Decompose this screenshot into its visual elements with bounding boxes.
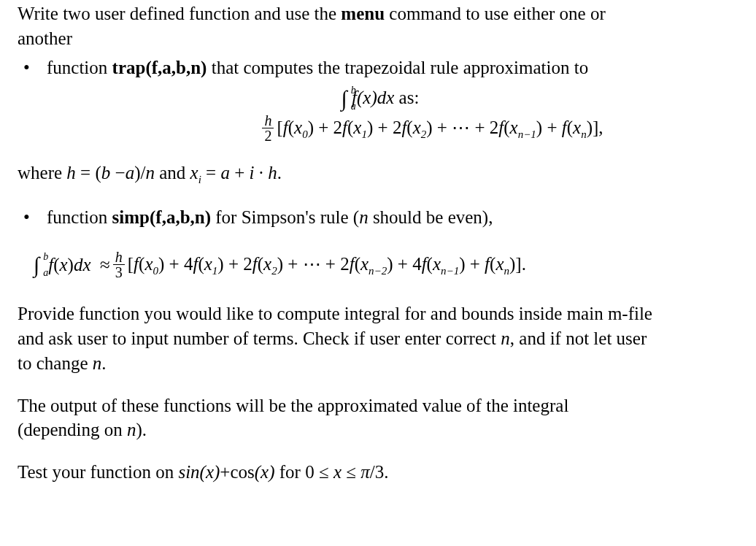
intro-text-3: another	[18, 28, 72, 48]
integral-symbol-2: ∫ b a	[34, 254, 39, 276]
bullet2-fn: simp(f,a,b,n)	[112, 207, 211, 227]
p3-n: n	[127, 420, 136, 439]
int-lower-bound: a	[351, 101, 356, 112]
bullet-icon: •	[23, 55, 30, 80]
bullet2-n: n	[359, 207, 373, 227]
p4-for: for 0 ≤	[275, 462, 333, 482]
bullet2-post-a: for Simpson's rule (	[211, 207, 359, 227]
sub-i: i	[198, 174, 201, 185]
p2-l2a: and ask user to input number of terms. C…	[18, 328, 501, 348]
int-lb-2: a	[43, 268, 48, 278]
provide-paragraph: Provide function you would like to compu…	[18, 301, 743, 375]
frac-den-2: 3	[113, 265, 125, 280]
int-glyph: ∫	[342, 86, 347, 110]
p4-le: ≤	[346, 462, 360, 482]
h-over-3: h 3	[113, 250, 125, 280]
frac-num-2: h	[113, 250, 125, 265]
bullet-item-1: • function trap(f,a,b,n) that computes t…	[18, 55, 743, 80]
integral-display: ∫ b a f(x)dx as:	[18, 84, 743, 110]
simp-formula: ∫ b a f(x)dx ≈ h 3 [f(x0) + 4f(x1) + 2f(…	[18, 250, 743, 280]
output-paragraph: The output of these functions will be th…	[18, 393, 743, 443]
int-as: as:	[399, 88, 420, 108]
p2-l3c: .	[101, 353, 106, 373]
intro-text-2: command to use either one or	[385, 4, 606, 23]
frac-den: 2	[262, 128, 274, 143]
frac-num: h	[262, 113, 274, 128]
int-upper-bound: b	[351, 85, 356, 96]
integrand: f(x)dx	[352, 88, 394, 108]
p3-l1: The output of these functions will be th…	[18, 396, 568, 415]
bullet2-post-c: should be even),	[373, 207, 493, 227]
where-and: and	[159, 163, 190, 182]
intro-text-1: Write two user defined function and use …	[18, 4, 341, 23]
bullet-icon: •	[23, 205, 30, 230]
p4-x: x	[333, 462, 346, 482]
bullet1-pre: function	[47, 58, 112, 77]
p4-over3: /3.	[370, 462, 389, 482]
intro-paragraph: Write two user defined function and use …	[18, 1, 743, 51]
h-over-2: h 2	[262, 113, 274, 143]
p3-l2c: ).	[136, 420, 147, 439]
bullet1-fn: trap(f,a,b,n)	[112, 58, 207, 77]
p2-n: n	[501, 328, 510, 348]
bullet2-pre: function	[47, 207, 112, 227]
test-paragraph: Test your function on sin(x)+cos(x) for …	[18, 460, 743, 485]
bullet1-post: that computes the trapezoidal rule appro…	[207, 58, 588, 77]
bullet-item-2: • function simp(f,a,b,n) for Simpson's r…	[18, 205, 743, 230]
p4-plus: +cos	[220, 462, 254, 482]
p2-l2c: , and if not let user	[510, 328, 647, 348]
menu-keyword: menu	[341, 4, 385, 23]
int-glyph-2: ∫	[34, 253, 39, 277]
p4-cosarg: (x)	[255, 462, 275, 482]
where-line: where h = (b −a)/n and xi = a + i · h.	[18, 161, 743, 187]
integral-symbol: ∫ b a	[342, 88, 347, 109]
p4-sin: sin(x)	[178, 462, 220, 482]
document-page: Write two user defined function and use …	[0, 0, 756, 498]
where-text: where	[18, 163, 66, 182]
p4-pi: π	[360, 462, 370, 482]
p3-l2a: (depending on	[18, 420, 127, 439]
int-ub-2: b	[43, 252, 48, 262]
p2-l3: to change	[18, 353, 93, 373]
p2-l1: Provide function you would like to compu…	[18, 304, 652, 323]
trap-formula: h 2 [f(x0) + 2f(x1) + 2f(x2) + ⋯ + 2f(xn…	[18, 113, 743, 143]
p2-n2: n	[93, 353, 102, 373]
p4-a: Test your function on	[18, 462, 178, 482]
